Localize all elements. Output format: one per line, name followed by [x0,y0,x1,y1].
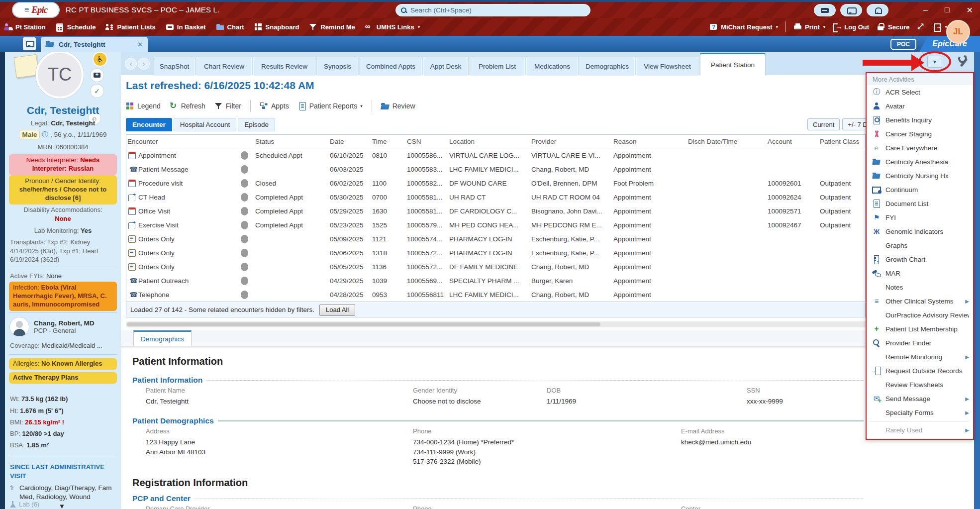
view-tab-episode[interactable]: Episode [238,118,275,131]
minimize-button[interactable]: – [923,5,928,14]
menu-item-notes[interactable]: Notes [867,280,973,294]
menu-item-request-outside-records[interactable]: Request Outside Records [867,364,973,378]
tab-view-flowsheet[interactable]: View Flowsheet [636,57,698,76]
tab-chart-review[interactable]: Chart Review [196,57,252,76]
epic-logo-menu-button[interactable]: ≡ Epic [13,3,59,17]
keyboard-tray-button[interactable] [814,4,836,16]
menubar-item-schedule[interactable]: Schedule [56,23,96,31]
tab-problem-list[interactable]: Problem List [470,57,525,76]
menu-item-graphs[interactable]: Graphs [867,238,973,252]
menu-item-benefits-inquiry[interactable]: Benefits Inquiry [867,113,973,127]
menu-item-avatar[interactable]: Avatar [867,99,973,113]
menu-item-document-list[interactable]: Document List [867,197,973,210]
sidebar-expand-caret[interactable]: ▼ [59,503,65,509]
column-header-reason[interactable]: Reason [612,138,687,145]
since-last-admin-visit[interactable]: SINCE LAST ADMINISTRATIVE VISIT [10,463,109,480]
encounter-row[interactable]: AppointmentScheduled Appt06/10/202508101… [126,148,865,162]
encounter-row[interactable]: CT HeadCompleted Appt05/30/2025070010005… [126,190,865,204]
patient-avatar[interactable]: TC [36,52,84,99]
toolbar-patient-reports[interactable]: Patient Reports▾ [298,102,363,110]
column-header-provider[interactable]: Provider [530,138,612,145]
menubar-item-patient-lists[interactable]: Patient Lists [105,23,155,31]
patient-workspace-tab[interactable]: Cdr, Testeightt ✕ [41,37,148,52]
chat-button[interactable] [840,4,862,16]
encounter-row[interactable]: Exercise VisitCompleted Appt05/23/202515… [126,218,865,232]
nav-back-button[interactable]: ‹ [125,58,137,70]
column-header-status[interactable]: Status [254,138,329,145]
sex-chip[interactable]: Male [19,130,40,139]
view-tab-encounter[interactable]: Encounter [126,118,172,131]
menubar-item-michart-request[interactable]: MiChart Request▾ [709,23,778,31]
encounter-row[interactable]: ☎Patient Outreach04/29/2025103910005569.… [126,274,865,288]
menu-item-fyi[interactable]: ⚑FYI [867,210,973,224]
encounter-row[interactable]: Orders Only05/06/2025131810005572...PHAR… [126,246,865,260]
menubar-item-print[interactable]: Print▾ [793,23,825,31]
horizontal-scrollbar[interactable] [126,321,972,327]
notifications-button[interactable] [867,4,888,16]
column-header-date[interactable]: Date [329,138,371,145]
therapy-plans-banner[interactable]: Active Therapy Plans [9,372,117,384]
maximize-button[interactable]: □ [945,5,950,14]
specialties-row[interactable]: ⚕ Cardiology, Diag/Therapy, Fam Med, Rad… [10,484,116,501]
nav-forward-button[interactable]: › [138,58,150,70]
encounter-row[interactable]: Procedure visitClosed06/02/2025110010005… [126,176,865,190]
user-avatar[interactable]: JL [946,20,970,44]
column-header-disch-date-time[interactable]: Disch Date/Time [687,138,767,145]
menu-item-other-clinical-systems[interactable]: ≡Other Clinical Systems▶ [867,294,973,308]
tab-results-review[interactable]: Results Review [253,57,315,76]
menu-item-ourpractice-advisory-review[interactable]: OurPractice Advisory Review [867,308,973,322]
toolbar-legend[interactable]: Legend [126,102,161,110]
column-header-csn[interactable]: CSN [406,138,448,145]
menu-item-genomic-indicators[interactable]: ЖGenomic Indicators [867,224,973,238]
pronoun-banner[interactable]: Pronoun / Gender Identity:she/her/hers /… [9,175,117,204]
menubar-item-item[interactable] [917,23,925,31]
tab-combined-appts[interactable]: Combined Appts [360,57,422,76]
tab-synopsis[interactable]: Synopsis [317,57,358,76]
menubar-item-secure[interactable]: Secure [877,23,909,31]
menu-item-review-flowsheets[interactable]: Review Flowsheets [867,378,973,392]
demographics-tab[interactable]: Demographics [133,330,192,346]
menu-item-continuum[interactable]: Continuum [867,183,973,197]
tab-snapshot[interactable]: SnapShot [154,57,195,76]
menubar-item-pt-station[interactable]: Pt Station [4,23,46,31]
menu-item-centricity-anesthesia[interactable]: Centricity Anesthesia [867,155,973,169]
tab-patient-station[interactable]: Patient Station [700,53,766,76]
load-all-button[interactable]: Load All [319,304,355,316]
menubar-item-snapboard[interactable]: Snapboard [254,23,299,31]
info-icon[interactable]: ⓘ [42,131,48,138]
menu-item-cancer-staging[interactable]: Cancer Staging [867,127,973,141]
menu-item-provider-finder[interactable]: Provider Finder [867,336,973,350]
infection-banner[interactable]: Infection: Ebola (Viral Hemorrhagic Feve… [9,282,117,311]
close-button[interactable]: ✕ [967,5,973,15]
menu-item-patient-list-membership[interactable]: +Patient List Membership [867,322,973,336]
menubar-item-chart[interactable]: Chart [216,23,244,31]
menu-item-remote-monitoring[interactable]: Remote Monitoring▶ [867,350,973,364]
tab-appt-desk[interactable]: Appt Desk [423,57,468,76]
column-header-account[interactable]: Account [767,138,819,145]
menubar-item-umhs-links[interactable]: UMHS Links▾ [365,23,420,31]
column-header-location[interactable]: Location [448,138,530,145]
column-header-time[interactable]: Time [371,138,406,145]
column-header-patient-class[interactable]: Patient Class [819,138,866,145]
global-search-input[interactable]: Search (Ctrl+Space) [395,4,590,16]
encounter-row[interactable]: ☎Patient Message06/03/202510005583...LHC… [126,162,865,176]
inbasket-add-icon[interactable] [91,69,103,82]
range-button-current[interactable]: Current [807,118,840,130]
view-tab-hospital-account[interactable]: Hospital Account [174,118,237,131]
sticky-note[interactable] [13,54,39,78]
menu-item-mar[interactable]: MAR [867,266,973,280]
menu-item-centricity-nursing-hx[interactable]: Centricity Nursing Hx [867,169,973,183]
tab-medications[interactable]: Medications [526,57,578,76]
menu-item-send-message[interactable]: Send Message▶ [867,392,973,406]
menubar-item-log-out[interactable]: Log Out [833,23,869,31]
accessibility-icon[interactable]: ♿ [94,53,106,66]
column-header-encounter[interactable]: Encounter [126,138,234,145]
menu-item-rarely-used[interactable]: Rarely Used▶ [867,423,973,437]
menu-item-specialty-forms[interactable]: Specialty Forms▶ [867,406,973,419]
pcp-row[interactable]: Chang, Robert, MD PCP - General [10,317,95,336]
scrollbar-thumb[interactable] [127,322,600,326]
toolbar-review[interactable]: Review [381,102,415,110]
encounter-row[interactable]: ☎Telephone04/28/202509531000556811LHC FA… [126,288,865,302]
menu-item-growth-chart[interactable]: Growth Chart [867,252,973,266]
toolbar-refresh[interactable]: Refresh [170,102,205,110]
